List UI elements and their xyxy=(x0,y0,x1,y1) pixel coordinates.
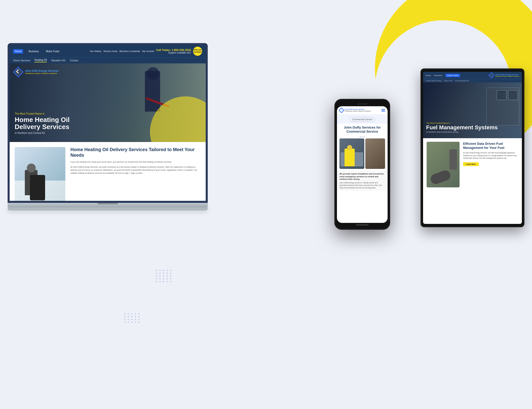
laptop-nav-left: Home Business Motor Fuels xyxy=(13,49,61,54)
rt-logo-inline: John Duffy Energy Services Traditional v… xyxy=(489,73,519,78)
laptop-nav-motorfuels[interactable]: Motor Fuels xyxy=(44,49,61,54)
dot-pattern-1 xyxy=(156,270,172,282)
phone-image-hvac xyxy=(339,138,364,169)
laptop-support-label: Support Available 24/7 xyxy=(168,51,191,54)
phone-notch xyxy=(357,103,367,105)
right-tablet-screen: Home Business Motor Fuels John Duffy Ene… xyxy=(423,72,522,224)
rt-content: Efficient Data Driven Fuel Management fo… xyxy=(423,138,522,191)
phone-header: John Duffy Energy Services Traditional v… xyxy=(337,106,388,115)
rt-logo-text-inline: John Duffy Energy Services Traditional v… xyxy=(495,74,519,77)
phone-service-label: Commercial Service xyxy=(349,117,375,122)
laptop-company-name: John Duffy Energy Services xyxy=(25,69,59,72)
laptop-nav-customer[interactable]: Become a Customer xyxy=(119,50,140,52)
right-tablet-mockup: Home Business Motor Fuels John Duffy Ene… xyxy=(421,68,524,227)
laptop-nav-account[interactable]: My Account xyxy=(142,50,154,52)
rt-content-heading: Efficient Data Driven Fuel Management fo… xyxy=(463,142,518,150)
rt-content-image xyxy=(427,142,460,187)
phone-logo-text: John Duffy Energy Services Traditional v… xyxy=(345,109,371,112)
rt-learn-more-btn[interactable]: Learn More xyxy=(463,162,479,166)
laptop-nav-sub: Home Services Heating Oil Valuable Info … xyxy=(10,57,206,63)
rt-nav-business[interactable]: Business xyxy=(434,74,442,77)
phone-home-indicator xyxy=(356,224,369,225)
laptop-nav-right: Our History Service Areas Become a Custo… xyxy=(90,47,202,56)
phone-reg-desc: John Duffy Energy Services, a family-own… xyxy=(339,182,385,189)
laptop-hero-subtext: In Northern and Central NJ xyxy=(15,132,70,134)
laptop-content-text: Home Heating Oil Delivery Services Tailo… xyxy=(70,147,201,203)
phone-mockup: John Duffy Energy Services Traditional v… xyxy=(334,99,390,230)
phone-worker-figure xyxy=(345,149,355,166)
laptop-trusted-label: The Most Trusted Name in xyxy=(15,112,70,115)
laptop-logo: John Duffy Energy Services Traditional v… xyxy=(13,67,59,77)
rt-nav-motorfuels[interactable]: Motor Fuels xyxy=(445,74,460,77)
rt-content-paragraph: At John Duffy Energy Services, we offer … xyxy=(463,152,518,160)
laptop-subnav-valuableinfo[interactable]: Valuable Info xyxy=(51,59,66,62)
right-tablet-frame: Home Business Motor Fuels John Duffy Ene… xyxy=(421,68,524,227)
rt-hero: The Most Trusted Name in Fuel Management… xyxy=(423,82,522,138)
phone-logo-area: John Duffy Energy Services Traditional v… xyxy=(339,108,371,112)
laptop-mockup: Home Business Motor Fuels Our History Se… xyxy=(8,43,208,210)
laptop-screen: Home Business Motor Fuels Our History Se… xyxy=(8,43,208,203)
laptop-logo-text: John Duffy Energy Services Traditional v… xyxy=(25,69,59,75)
special-offers-badge[interactable]: SPECIALOFFERS xyxy=(193,47,202,56)
laptop-hero-text: The Most Trusted Name in Home Heating Oi… xyxy=(15,112,70,134)
laptop-hero: John Duffy Energy Services Traditional v… xyxy=(10,63,206,142)
laptop-nav-history[interactable]: Our History xyxy=(90,50,101,52)
dot-pattern-2 xyxy=(124,313,140,323)
laptop-nav-business[interactable]: Business xyxy=(27,49,41,54)
rt-nav-home[interactable]: Home xyxy=(426,74,431,77)
phone-service-badge: Commercial Service xyxy=(337,115,388,123)
laptop-nav-home[interactable]: Home xyxy=(13,49,23,54)
phone-screen: John Duffy Energy Services Traditional v… xyxy=(337,106,388,223)
phone-description: We provide expert installation and aroun… xyxy=(337,171,388,191)
rt-content-text: Efficient Data Driven Fuel Management fo… xyxy=(463,142,518,187)
phone-main-title: John Duffy Services for Commercial Servi… xyxy=(339,126,385,133)
laptop-content-p1: If you use heating oil to keep your home… xyxy=(70,161,201,164)
rt-hero-headline: Fuel Management Systems xyxy=(426,124,498,131)
rt-hero-text: The Most Trusted Name in Fuel Management… xyxy=(426,122,498,133)
phone-dots-decoration xyxy=(337,135,388,138)
phone-frame: John Duffy Energy Services Traditional v… xyxy=(334,99,390,230)
laptop-call-label: Call Today: 1.800.246.3516 xyxy=(156,48,191,51)
phone-title-area: John Duffy Services for Commercial Servi… xyxy=(337,123,388,135)
rt-subnav-motorfuel[interactable]: Motor Fuel xyxy=(444,80,452,82)
laptop-content-section: Home Heating Oil Delivery Services Tailo… xyxy=(10,142,206,203)
laptop-tagline: Traditional values, Modern solutions xyxy=(25,72,59,75)
rt-nav-top: Home Business Motor Fuels John Duffy Ene… xyxy=(423,72,522,79)
laptop-subnav-contact[interactable]: Contact xyxy=(70,59,78,62)
rt-subnav-fuelmanagement[interactable]: Fuel Management xyxy=(455,80,469,82)
laptop-nav-top: Home Business Motor Fuels Our History Se… xyxy=(10,45,206,57)
laptop-nav-serviceareas[interactable]: Service Areas xyxy=(103,50,118,52)
rt-nav-sub: Onsite Fleet Fueling Motor Fuel Fuel Man… xyxy=(423,79,522,82)
laptop-subnav-heatingoil[interactable]: Heating Oil xyxy=(34,59,47,62)
rt-trusted-label: The Most Trusted Name in xyxy=(426,122,498,124)
laptop-subnav-homeservices[interactable]: Home Services xyxy=(13,59,30,62)
phone-bold-desc: We provide expert installation and aroun… xyxy=(339,173,385,181)
rt-subnav-fleet[interactable]: Onsite Fleet Fueling xyxy=(426,80,442,82)
laptop-hero-headline: Home Heating OilDelivery Services xyxy=(15,116,70,131)
laptop-foot xyxy=(8,207,208,210)
phone-image-worker xyxy=(365,138,385,169)
rt-hero-subtext: In Northern and Central New Jersey xyxy=(426,131,498,133)
laptop-content-p2: At John Duffy Energy Services, we pride … xyxy=(70,166,201,175)
laptop-content-heading: Home Heating Oil Delivery Services Tailo… xyxy=(70,147,201,158)
laptop-base xyxy=(8,203,208,207)
phone-logo-diamond xyxy=(339,108,345,113)
laptop-content-image xyxy=(15,147,65,203)
phone-images-row xyxy=(337,138,388,171)
phone-menu-icon[interactable] xyxy=(382,109,385,112)
